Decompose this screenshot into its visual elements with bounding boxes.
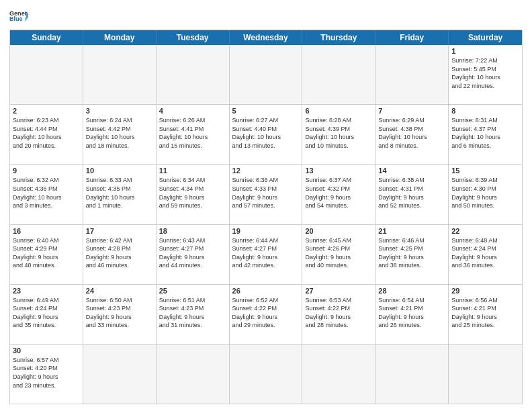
- day-cell: 10Sunrise: 6:33 AM Sunset: 4:35 PM Dayli…: [83, 165, 157, 224]
- day-cell: 6Sunrise: 6:28 AM Sunset: 4:39 PM Daylig…: [302, 105, 375, 164]
- day-number: 16: [13, 227, 80, 235]
- day-cell: 7Sunrise: 6:29 AM Sunset: 4:38 PM Daylig…: [375, 105, 449, 164]
- calendar-body: 1Sunrise: 7:22 AM Sunset: 5:45 PM Daylig…: [10, 45, 522, 404]
- day-cell: 28Sunrise: 6:54 AM Sunset: 4:21 PM Dayli…: [375, 285, 449, 344]
- day-number: 20: [305, 227, 372, 235]
- day-info: Sunrise: 6:51 AM Sunset: 4:23 PM Dayligh…: [159, 296, 226, 330]
- week-row-6: 30Sunrise: 6:57 AM Sunset: 4:20 PM Dayli…: [10, 345, 522, 404]
- day-number: 27: [305, 287, 372, 295]
- day-info: Sunrise: 7:22 AM Sunset: 5:45 PM Dayligh…: [451, 56, 519, 90]
- day-info: Sunrise: 6:57 AM Sunset: 4:20 PM Dayligh…: [13, 356, 80, 390]
- day-cell: 24Sunrise: 6:50 AM Sunset: 4:23 PM Dayli…: [83, 285, 157, 344]
- day-cell: [230, 45, 303, 104]
- day-cell: 17Sunrise: 6:42 AM Sunset: 4:28 PM Dayli…: [83, 225, 157, 284]
- calendar: SundayMondayTuesdayWednesdayThursdayFrid…: [9, 30, 523, 404]
- day-info: Sunrise: 6:26 AM Sunset: 4:41 PM Dayligh…: [159, 116, 226, 150]
- day-cell: 12Sunrise: 6:36 AM Sunset: 4:33 PM Dayli…: [230, 165, 303, 224]
- day-cell: [375, 45, 449, 104]
- day-header-sunday: Sunday: [10, 30, 83, 45]
- day-number: 9: [13, 167, 80, 175]
- day-cell: 8Sunrise: 6:31 AM Sunset: 4:37 PM Daylig…: [449, 105, 522, 164]
- day-header-wednesday: Wednesday: [230, 30, 303, 45]
- day-cell: [10, 45, 83, 104]
- day-number: 30: [13, 347, 80, 355]
- day-info: Sunrise: 6:27 AM Sunset: 4:40 PM Dayligh…: [232, 116, 300, 150]
- day-cell: 5Sunrise: 6:27 AM Sunset: 4:40 PM Daylig…: [230, 105, 303, 164]
- day-info: Sunrise: 6:45 AM Sunset: 4:26 PM Dayligh…: [305, 236, 372, 270]
- day-number: 11: [159, 167, 226, 175]
- day-number: 1: [451, 47, 519, 55]
- day-info: Sunrise: 6:37 AM Sunset: 4:32 PM Dayligh…: [305, 176, 372, 210]
- day-number: 22: [451, 227, 519, 235]
- day-cell: 27Sunrise: 6:53 AM Sunset: 4:22 PM Dayli…: [302, 285, 375, 344]
- day-cell: 23Sunrise: 6:49 AM Sunset: 4:24 PM Dayli…: [10, 285, 83, 344]
- day-number: 13: [305, 167, 372, 175]
- day-header-thursday: Thursday: [302, 30, 375, 45]
- day-info: Sunrise: 6:52 AM Sunset: 4:22 PM Dayligh…: [232, 296, 300, 330]
- day-number: 29: [451, 287, 519, 295]
- day-cell: 19Sunrise: 6:44 AM Sunset: 4:27 PM Dayli…: [230, 225, 303, 284]
- day-number: 25: [159, 287, 226, 295]
- day-info: Sunrise: 6:54 AM Sunset: 4:21 PM Dayligh…: [378, 296, 445, 330]
- day-number: 14: [378, 167, 445, 175]
- day-cell: [449, 345, 522, 404]
- day-cell: 13Sunrise: 6:37 AM Sunset: 4:32 PM Dayli…: [302, 165, 375, 224]
- day-info: Sunrise: 6:34 AM Sunset: 4:34 PM Dayligh…: [159, 176, 226, 210]
- week-row-2: 2Sunrise: 6:23 AM Sunset: 4:44 PM Daylig…: [10, 105, 522, 165]
- day-number: 17: [86, 227, 153, 235]
- svg-text:Blue: Blue: [9, 15, 23, 22]
- day-number: 10: [86, 167, 153, 175]
- day-header-tuesday: Tuesday: [157, 30, 230, 45]
- day-info: Sunrise: 6:31 AM Sunset: 4:37 PM Dayligh…: [451, 116, 519, 150]
- day-info: Sunrise: 6:43 AM Sunset: 4:27 PM Dayligh…: [159, 236, 226, 270]
- day-cell: 15Sunrise: 6:39 AM Sunset: 4:30 PM Dayli…: [449, 165, 522, 224]
- day-info: Sunrise: 6:48 AM Sunset: 4:24 PM Dayligh…: [451, 236, 519, 270]
- day-info: Sunrise: 6:49 AM Sunset: 4:24 PM Dayligh…: [13, 296, 80, 330]
- day-number: 7: [378, 107, 445, 115]
- day-number: 19: [232, 227, 300, 235]
- logo-icon: General Blue: [9, 7, 28, 26]
- day-number: 4: [159, 107, 226, 115]
- day-cell: 14Sunrise: 6:38 AM Sunset: 4:31 PM Dayli…: [375, 165, 449, 224]
- day-info: Sunrise: 6:56 AM Sunset: 4:21 PM Dayligh…: [451, 296, 519, 330]
- day-cell: 9Sunrise: 6:32 AM Sunset: 4:36 PM Daylig…: [10, 165, 83, 224]
- day-header-saturday: Saturday: [449, 30, 522, 45]
- day-cell: 22Sunrise: 6:48 AM Sunset: 4:24 PM Dayli…: [449, 225, 522, 284]
- day-info: Sunrise: 6:42 AM Sunset: 4:28 PM Dayligh…: [86, 236, 153, 270]
- day-cell: [375, 345, 449, 404]
- day-cell: 16Sunrise: 6:40 AM Sunset: 4:29 PM Dayli…: [10, 225, 83, 284]
- day-info: Sunrise: 6:33 AM Sunset: 4:35 PM Dayligh…: [86, 176, 153, 210]
- week-row-4: 16Sunrise: 6:40 AM Sunset: 4:29 PM Dayli…: [10, 225, 522, 285]
- day-cell: [302, 45, 375, 104]
- day-header-monday: Monday: [83, 30, 157, 45]
- day-info: Sunrise: 6:38 AM Sunset: 4:31 PM Dayligh…: [378, 176, 445, 210]
- day-info: Sunrise: 6:36 AM Sunset: 4:33 PM Dayligh…: [232, 176, 300, 210]
- day-info: Sunrise: 6:39 AM Sunset: 4:30 PM Dayligh…: [451, 176, 519, 210]
- day-cell: 4Sunrise: 6:26 AM Sunset: 4:41 PM Daylig…: [157, 105, 230, 164]
- day-cell: [230, 345, 303, 404]
- day-number: 26: [232, 287, 300, 295]
- day-cell: [83, 45, 157, 104]
- day-cell: [302, 345, 375, 404]
- day-number: 24: [86, 287, 153, 295]
- day-info: Sunrise: 6:40 AM Sunset: 4:29 PM Dayligh…: [13, 236, 80, 270]
- week-row-1: 1Sunrise: 7:22 AM Sunset: 5:45 PM Daylig…: [10, 45, 522, 105]
- day-info: Sunrise: 6:50 AM Sunset: 4:23 PM Dayligh…: [86, 296, 153, 330]
- day-cell: 29Sunrise: 6:56 AM Sunset: 4:21 PM Dayli…: [449, 285, 522, 344]
- day-info: Sunrise: 6:24 AM Sunset: 4:42 PM Dayligh…: [86, 116, 153, 150]
- day-info: Sunrise: 6:28 AM Sunset: 4:39 PM Dayligh…: [305, 116, 372, 150]
- day-number: 28: [378, 287, 445, 295]
- day-info: Sunrise: 6:29 AM Sunset: 4:38 PM Dayligh…: [378, 116, 445, 150]
- day-number: 23: [13, 287, 80, 295]
- day-cell: 21Sunrise: 6:46 AM Sunset: 4:25 PM Dayli…: [375, 225, 449, 284]
- day-cell: 3Sunrise: 6:24 AM Sunset: 4:42 PM Daylig…: [83, 105, 157, 164]
- day-number: 12: [232, 167, 300, 175]
- day-cell: 30Sunrise: 6:57 AM Sunset: 4:20 PM Dayli…: [10, 345, 83, 404]
- day-cell: 2Sunrise: 6:23 AM Sunset: 4:44 PM Daylig…: [10, 105, 83, 164]
- day-info: Sunrise: 6:44 AM Sunset: 4:27 PM Dayligh…: [232, 236, 300, 270]
- day-info: Sunrise: 6:46 AM Sunset: 4:25 PM Dayligh…: [378, 236, 445, 270]
- day-number: 21: [378, 227, 445, 235]
- day-info: Sunrise: 6:32 AM Sunset: 4:36 PM Dayligh…: [13, 176, 80, 210]
- day-cell: 20Sunrise: 6:45 AM Sunset: 4:26 PM Dayli…: [302, 225, 375, 284]
- day-cell: 25Sunrise: 6:51 AM Sunset: 4:23 PM Dayli…: [157, 285, 230, 344]
